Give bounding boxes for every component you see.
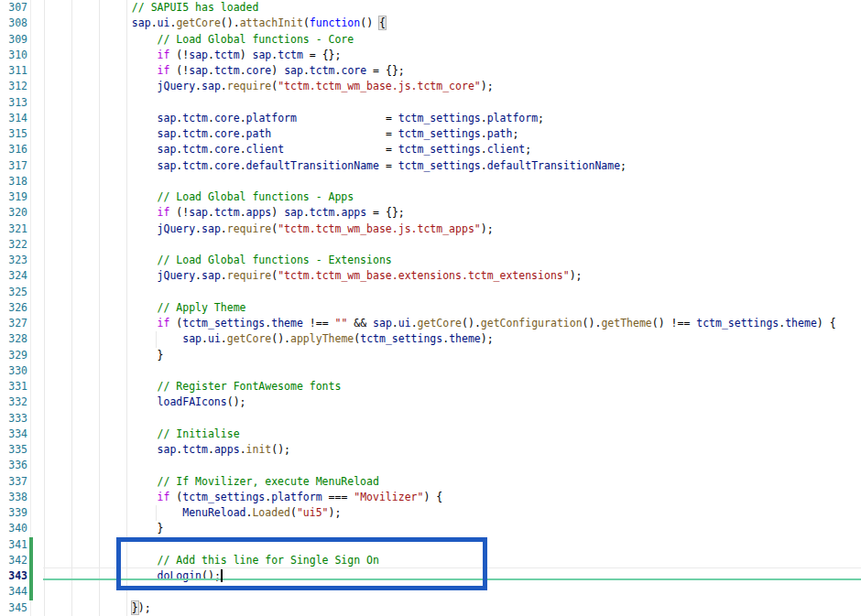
code-line-311[interactable]: 311 if (!sap.tctm.core) sap.tctm.core = … — [0, 63, 861, 79]
code-line-318[interactable]: 318 — [0, 174, 861, 189]
code-line-339[interactable]: 339 MenuReload.Loaded("ui5"); — [0, 505, 861, 521]
code-line-314[interactable]: 314 sap.tctm.core.platform = tctm_settin… — [0, 111, 861, 126]
line-number[interactable]: 317 — [0, 158, 27, 174]
code-line-340[interactable]: 340 } — [0, 521, 861, 536]
line-number[interactable]: 314 — [0, 111, 27, 126]
code-line-326[interactable]: 326 // Apply Theme — [0, 300, 861, 316]
line-number[interactable]: 316 — [0, 142, 27, 157]
line-number[interactable]: 328 — [0, 331, 27, 347]
code-line-313[interactable]: 313 — [0, 95, 861, 111]
line-number[interactable]: 345 — [0, 600, 27, 616]
line-number[interactable]: 307 — [0, 0, 27, 16]
line-number[interactable]: 323 — [0, 253, 27, 268]
code-token: && — [347, 317, 373, 330]
code-line-332[interactable]: 332 loadFAIcons(); — [0, 394, 861, 410]
code-line-336[interactable]: 336 — [0, 458, 861, 473]
line-number[interactable]: 326 — [0, 300, 27, 316]
line-number[interactable]: 310 — [0, 48, 27, 63]
line-number[interactable]: 333 — [0, 411, 27, 427]
code-line-317[interactable]: 317 sap.tctm.core.defaultTransitionName … — [0, 158, 861, 174]
code-line-329[interactable]: 329 } — [0, 348, 861, 363]
line-number[interactable]: 311 — [0, 63, 27, 79]
line-number[interactable]: 338 — [0, 490, 27, 505]
line-number[interactable]: 319 — [0, 189, 27, 205]
code-token: (). — [462, 317, 481, 330]
code-token: ) — [271, 64, 284, 77]
code-line-333[interactable]: 333 — [0, 411, 861, 427]
line-number[interactable]: 334 — [0, 427, 27, 442]
code-token — [37, 349, 158, 362]
code-token: MenuReload — [182, 506, 245, 519]
line-number[interactable]: 318 — [0, 174, 27, 189]
code-token — [37, 475, 158, 488]
code-token: tctm — [310, 64, 335, 77]
code-line-320[interactable]: 320 if (!sap.tctm.apps) sap.tctm.apps = … — [0, 205, 861, 221]
code-token: require — [227, 80, 271, 92]
line-number[interactable]: 331 — [0, 379, 27, 394]
code-text: sap.tctm.core.platform = tctm_settings.p… — [37, 111, 544, 126]
line-number[interactable]: 327 — [0, 316, 27, 331]
code-token: // Load Global functions - Apps — [158, 190, 354, 203]
code-line-338[interactable]: 338 if (tctm_settings.platform === "Movi… — [0, 490, 861, 505]
code-token — [37, 254, 158, 266]
line-number[interactable]: 309 — [0, 32, 27, 48]
line-number[interactable]: 312 — [0, 79, 27, 94]
line-number[interactable]: 344 — [0, 584, 27, 600]
code-line-315[interactable]: 315 sap.tctm.core.path = tctm_settings.p… — [0, 126, 861, 142]
line-number[interactable]: 340 — [0, 521, 27, 536]
code-token: ); — [481, 332, 494, 345]
code-line-337[interactable]: 337 // If Movilizer, execute MenuReload — [0, 474, 861, 490]
code-line-316[interactable]: 316 sap.tctm.core.client = tctm_settings… — [0, 142, 861, 157]
code-line-327[interactable]: 327 if (tctm_settings.theme !== "" && sa… — [0, 316, 861, 331]
line-number[interactable]: 325 — [0, 285, 27, 300]
code-line-335[interactable]: 335 sap.tctm.apps.init(); — [0, 442, 861, 458]
line-number[interactable]: 322 — [0, 237, 27, 253]
code-token: sap — [284, 206, 303, 219]
code-token — [37, 601, 132, 614]
line-number[interactable]: 330 — [0, 363, 27, 379]
line-number[interactable]: 321 — [0, 222, 27, 237]
line-number[interactable]: 313 — [0, 95, 27, 111]
line-number[interactable]: 337 — [0, 474, 27, 490]
code-token: jQuery — [158, 222, 196, 235]
code-token — [37, 269, 158, 282]
code-token: } — [158, 522, 164, 535]
line-number[interactable]: 315 — [0, 126, 27, 142]
code-token: // Load Global functions - Extensions — [158, 254, 392, 266]
line-number[interactable]: 308 — [0, 16, 27, 31]
code-line-321[interactable]: 321 jQuery.sap.require("tctm.tctm_wm_bas… — [0, 222, 861, 237]
code-line-312[interactable]: 312 jQuery.sap.require("tctm.tctm_wm_bas… — [0, 79, 861, 94]
code-line-322[interactable]: 322 — [0, 237, 861, 253]
line-number[interactable]: 324 — [0, 268, 27, 284]
line-number[interactable]: 341 — [0, 537, 27, 553]
line-number[interactable]: 320 — [0, 205, 27, 221]
code-line-330[interactable]: 330 — [0, 363, 861, 379]
line-number[interactable]: 339 — [0, 505, 27, 521]
code-token: sap — [158, 443, 177, 456]
code-token: ; — [538, 112, 544, 124]
code-line-331[interactable]: 331 // Register FontAwesome fonts — [0, 379, 861, 394]
code-line-323[interactable]: 323 // Load Global functions - Extension… — [0, 253, 861, 268]
code-line-345[interactable]: 345 }); — [0, 600, 861, 616]
code-line-309[interactable]: 309 // Load Global functions - Core — [0, 32, 861, 48]
line-number[interactable]: 332 — [0, 394, 27, 410]
line-number[interactable]: 336 — [0, 458, 27, 473]
code-line-328[interactable]: 328 sap.ui.getCore().applyTheme(tctm_set… — [0, 331, 861, 347]
code-token — [37, 317, 158, 330]
code-token: . — [303, 64, 310, 77]
code-token: ; — [512, 127, 518, 140]
line-number[interactable]: 335 — [0, 442, 27, 458]
code-line-324[interactable]: 324 jQuery.sap.require("tctm.tctm_wm_bas… — [0, 268, 861, 284]
code-editor[interactable]: 307 // SAPUI5 has loaded308 sap.ui.getCo… — [0, 0, 861, 616]
code-line-319[interactable]: 319 // Load Global functions - Apps — [0, 189, 861, 205]
code-line-334[interactable]: 334 // Initialise — [0, 427, 861, 442]
line-number[interactable]: 342 — [0, 553, 27, 568]
code-line-308[interactable]: 308 sap.ui.getCore().attachInit(function… — [0, 16, 861, 31]
line-number[interactable]: 329 — [0, 348, 27, 363]
code-token: if — [158, 317, 170, 330]
code-line-325[interactable]: 325 — [0, 285, 861, 300]
code-line-310[interactable]: 310 if (!sap.tctm) sap.tctm = {}; — [0, 48, 861, 63]
code-line-307[interactable]: 307 // SAPUI5 has loaded — [0, 0, 861, 16]
line-number[interactable]: 343 — [0, 568, 27, 584]
code-token: . — [481, 143, 487, 156]
